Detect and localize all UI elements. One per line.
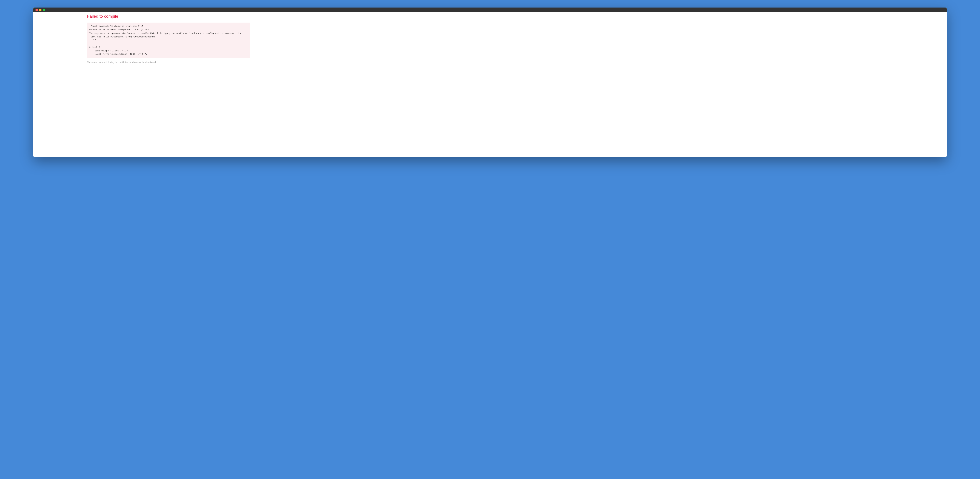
error-message: ./public/assets/styles/tailwind.css 11:5… bbox=[87, 22, 250, 58]
browser-window: Failed to compile ./public/assets/styles… bbox=[33, 8, 947, 157]
error-title: Failed to compile bbox=[87, 14, 250, 19]
maximize-icon[interactable] bbox=[43, 9, 45, 11]
page-content: Failed to compile ./public/assets/styles… bbox=[33, 12, 947, 157]
window-titlebar bbox=[33, 8, 947, 12]
close-icon[interactable] bbox=[35, 9, 38, 11]
error-footer-note: This error occurred during the build tim… bbox=[87, 61, 250, 64]
error-overlay: Failed to compile ./public/assets/styles… bbox=[87, 14, 250, 64]
minimize-icon[interactable] bbox=[39, 9, 41, 11]
